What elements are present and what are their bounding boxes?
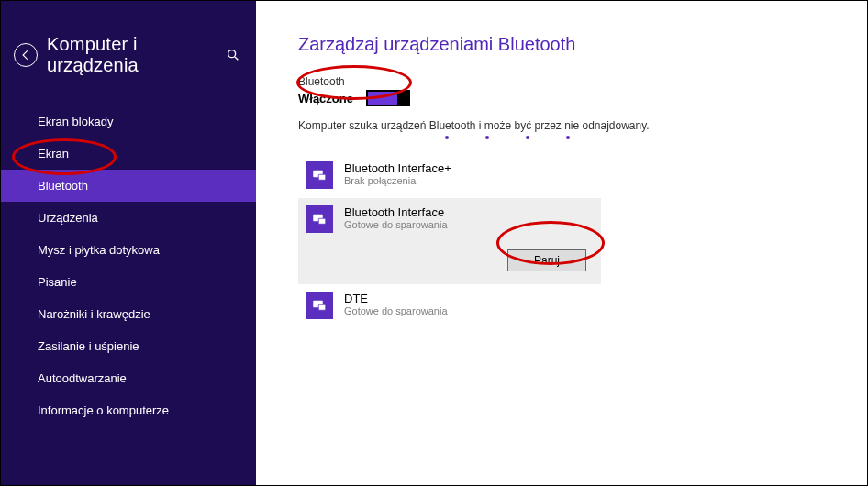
bluetooth-toggle-label: Bluetooth	[298, 75, 834, 88]
device-icon	[306, 292, 333, 319]
device-status: Gotowe do sparowania	[344, 219, 448, 230]
progress-dot	[566, 136, 570, 139]
sidebar-item-5[interactable]: Pisanie	[1, 266, 256, 298]
sidebar-title: Komputer i urządzenia	[47, 34, 223, 76]
search-status-text: Komputer szuka urządzeń Bluetooth i może…	[298, 119, 834, 132]
bluetooth-toggle-state: Włączone	[298, 92, 353, 105]
sidebar-header: Komputer i urządzenia	[1, 1, 256, 100]
bluetooth-toggle-row: Włączone	[298, 90, 834, 106]
sidebar-item-4[interactable]: Mysz i płytka dotykowa	[1, 234, 256, 266]
progress-dot	[445, 136, 449, 139]
sidebar-item-1[interactable]: Ekran	[1, 138, 256, 170]
sidebar-list: Ekran blokadyEkranBluetoothUrządzeniaMys…	[1, 100, 256, 426]
sidebar-item-0[interactable]: Ekran blokady	[1, 105, 256, 138]
sidebar-item-7[interactable]: Zasilanie i uśpienie	[1, 330, 256, 362]
progress-dot	[485, 136, 489, 139]
search-button[interactable]	[223, 45, 243, 65]
sidebar-item-6[interactable]: Narożniki i krawędzie	[1, 298, 256, 330]
device-status: Brak połączenia	[344, 175, 451, 186]
sidebar-item-8[interactable]: Autoodtwarzanie	[1, 362, 256, 394]
page-title: Zarządzaj urządzeniami Bluetooth	[298, 34, 834, 55]
back-button[interactable]	[14, 43, 38, 67]
device-name: Bluetooth Interface	[344, 205, 448, 219]
bluetooth-toggle-block: Bluetooth Włączone	[298, 75, 834, 106]
sidebar: Komputer i urządzenia Ekran blokadyEkran…	[1, 1, 256, 485]
svg-point-0	[228, 50, 236, 58]
device-icon	[306, 205, 333, 233]
device-row[interactable]: Bluetooth InterfaceGotowe do sparowaniaP…	[298, 198, 601, 284]
device-icon	[306, 161, 333, 189]
sidebar-item-3[interactable]: Urządzenia	[1, 202, 256, 234]
device-text: Bluetooth Interface+Brak połączenia	[333, 161, 451, 189]
pair-button[interactable]: Paruj	[507, 249, 586, 271]
svg-rect-2	[318, 174, 326, 180]
svg-rect-4	[318, 218, 326, 224]
device-status: Gotowe do sparowania	[344, 305, 448, 316]
sidebar-item-9[interactable]: Informacje o komputerze	[1, 394, 256, 426]
device-row[interactable]: DTEGotowe do sparowania	[298, 284, 601, 328]
device-text: DTEGotowe do sparowania	[333, 292, 448, 319]
bluetooth-toggle[interactable]	[366, 90, 410, 106]
device-name: DTE	[344, 292, 448, 305]
search-icon	[226, 48, 240, 62]
toggle-handle	[397, 92, 408, 105]
device-row[interactable]: Bluetooth Interface+Brak połączenia	[298, 154, 601, 198]
device-text: Bluetooth InterfaceGotowe do sparowania	[333, 205, 448, 233]
device-name: Bluetooth Interface+	[344, 161, 451, 175]
device-actions: Paruj	[306, 233, 594, 275]
arrow-left-icon	[19, 49, 32, 61]
svg-rect-6	[318, 304, 326, 310]
progress-dot	[526, 136, 529, 139]
progress-dots	[298, 136, 834, 139]
sidebar-item-2[interactable]: Bluetooth	[1, 170, 256, 202]
device-list: Bluetooth Interface+Brak połączeniaBluet…	[298, 154, 601, 328]
main-panel: Zarządzaj urządzeniami Bluetooth Bluetoo…	[256, 1, 867, 485]
